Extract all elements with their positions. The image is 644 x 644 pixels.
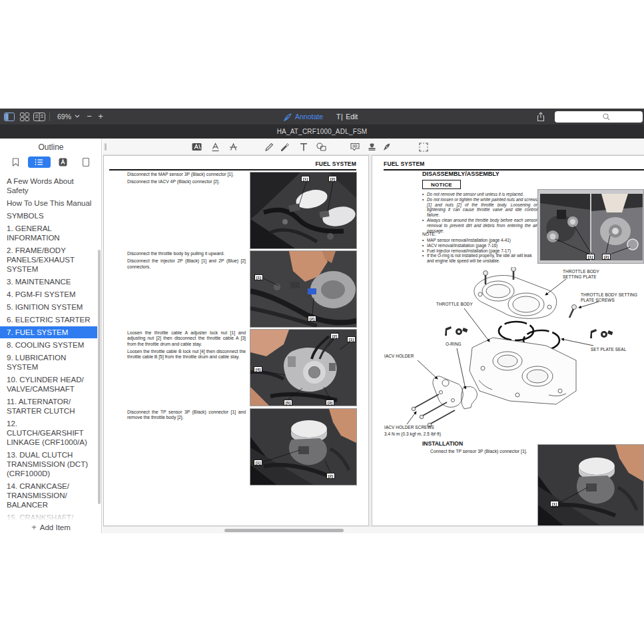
outline-item[interactable]: 3. MAINTENANCE [0, 276, 97, 288]
underline-tool-button[interactable] [210, 141, 221, 153]
marker-tool-button[interactable] [279, 141, 290, 153]
share-button[interactable] [535, 111, 547, 123]
photo-label: [2] [328, 176, 337, 182]
instruction-block: Disconnect the throttle body by pulling … [127, 251, 246, 272]
photo-connectors: [1] [2] [250, 172, 357, 249]
diagram-label-iacv-holder-screws: IACV HOLDER SCREWS [384, 425, 434, 430]
stamp-tool-button[interactable] [366, 141, 378, 153]
note-list: MAP sensor removal/installation (page 4-… [422, 238, 537, 264]
annotate-tab[interactable]: Annotate [284, 109, 323, 125]
outline-item[interactable]: 1. GENERAL INFORMATION [0, 222, 97, 244]
note-item: Fuel injector removal/installation (page… [422, 248, 537, 254]
photo-tp-sensor: [1] [2] [250, 408, 357, 485]
sidebar-toggle-button[interactable] [3, 111, 15, 123]
section-heading: DISASSEMBLY/ASSEMBLY [422, 170, 499, 177]
document-title: HA_AT_CRF1000_ADL_FSM [277, 128, 368, 135]
photo-injector-connectors: [1] [2] [250, 250, 357, 328]
page-icon [83, 158, 89, 166]
pdf-page-left: FUEL SYSTEM Disconnect the MAP sensor 3P… [103, 155, 369, 526]
instruction-block: Loosen the throttle cable A adjuster loc… [127, 330, 246, 362]
strikethrough-tool-button[interactable] [228, 141, 239, 153]
photo-painted-nuts: [1] [2] [537, 189, 644, 264]
thumbnails-view-button[interactable] [19, 111, 31, 123]
horizontal-scrollbar-track[interactable] [103, 526, 644, 533]
outline-item[interactable]: 2. FRAME/BODY PANELS/EXHAUST SYSTEM [0, 244, 97, 275]
pane-resize-handle[interactable] [105, 143, 107, 151]
signature-tool-button[interactable] [381, 141, 392, 153]
chevron-down-icon[interactable] [75, 115, 80, 119]
outline-item-label: A Few Words About Safety [7, 177, 74, 194]
outline-item[interactable]: 13. DUAL CLUTCH TRANSMISSION (DCT) (CRF1… [0, 449, 97, 480]
outline-item[interactable]: 10. CYLINDER HEAD/ VALVE/CAMSHAFT [0, 374, 97, 395]
shapes-icon [316, 143, 326, 151]
selection-marquee-icon [419, 143, 428, 152]
outline-item[interactable]: 5. IGNITION SYSTEM [0, 301, 97, 313]
outline-item[interactable]: 8. COOLING SYSTEM [0, 339, 97, 351]
tab-bookmarks[interactable] [4, 155, 27, 168]
edit-tab[interactable]: T| Edit [336, 109, 358, 125]
outline-item[interactable]: 9. LUBRICATION SYSTEM [0, 352, 97, 373]
comment-tool-button[interactable] [349, 141, 360, 153]
diagram-label-setting-plate: THROTTLE BODY SETTING PLATE [563, 269, 611, 279]
photo-label: [1] [254, 274, 263, 280]
tab-pages[interactable] [75, 155, 98, 168]
tab-outline[interactable] [27, 155, 51, 168]
outline-item-label: 11. ALTERNATOR/ STARTER CLUTCH [7, 398, 75, 415]
pencil-tool-button[interactable] [263, 141, 274, 153]
text-tool-icon [300, 143, 308, 151]
diagram-label-setting-plate-screws: THROTTLE BODY SETTING PLATE SCREWS [581, 292, 643, 302]
page-header: FUEL SYSTEM [384, 161, 425, 167]
sidebar-scrollbar[interactable] [98, 250, 101, 504]
sidebar-tabs [4, 155, 98, 168]
outline-item[interactable]: 12. CLUTCH/GEARSHIFT LINKAGE (CRF1000/A) [0, 418, 97, 448]
edit-label: Edit [346, 109, 358, 125]
outline-item-label: 4. PGM-FI SYSTEM [7, 290, 76, 298]
outline-item[interactable]: A Few Words About Safety [0, 175, 97, 196]
diagram-label-torque: 3.4 N·m (0.3 kgf·m, 2.5 lbf·ft) [384, 432, 441, 437]
add-item-button[interactable]: + Add Item [0, 521, 102, 533]
diagram-label-throttle-body: THROTTLE BODY [436, 302, 473, 307]
photo-tp-sensor-install: [1] [537, 444, 644, 526]
sidebar: Outline A Few Words About Safety [0, 139, 102, 533]
notice-item: Always clean around the throttle body be… [422, 218, 537, 233]
note-item: IACV removal/installation (page 7-16) [422, 243, 537, 248]
outline-item-label: 8. COOLING SYSTEM [7, 341, 84, 349]
photo-label: [3] [326, 400, 334, 406]
thumbnails-grid-icon [20, 113, 29, 121]
stamp-icon [368, 143, 376, 151]
outline-item[interactable]: SYMBOLS [0, 210, 97, 222]
selection-tool-button[interactable] [418, 141, 429, 153]
two-page-view-button[interactable] [33, 111, 45, 123]
tab-annotations[interactable] [51, 155, 75, 168]
highlight-icon [192, 143, 202, 151]
outline-item[interactable]: 14. CRANKCASE/ TRANSMISSION/ BALANCER [0, 480, 97, 511]
outline-item[interactable]: 6. ELECTRIC STARTER [0, 314, 97, 326]
notice-item: Do not loosen or tighten the white paint… [422, 197, 537, 218]
outline-list: A Few Words About Safety How To Use This… [0, 175, 97, 533]
outline-list-icon [35, 159, 43, 166]
sidebar-toggle-icon [4, 113, 15, 121]
zoom-in-button[interactable]: + [96, 109, 105, 125]
outline-item-label: 9. LUBRICATION SYSTEM [7, 354, 66, 371]
search-input[interactable] [555, 111, 643, 123]
installation-heading: INSTALLATION [422, 440, 463, 447]
underline-text-icon [211, 143, 220, 152]
installation-text: Connect the TP sensor 3P (Black) connect… [430, 449, 527, 454]
outline-item[interactable]: 7. FUEL SYSTEM [0, 326, 97, 338]
text-tool-button[interactable] [298, 141, 309, 153]
outline-item-label: How To Use This Manual [7, 199, 91, 207]
throttle-body-diagram: THROTTLE BODY SETTING PLATE THROTTLE BOD… [379, 267, 644, 439]
shapes-tool-button[interactable] [316, 141, 327, 153]
outline-item[interactable]: 4. PGM-FI SYSTEM [0, 288, 97, 300]
signature-pen-icon [382, 143, 392, 152]
horizontal-scrollbar-thumb[interactable] [224, 529, 344, 532]
highlight-tool-button[interactable] [191, 141, 202, 153]
zoom-out-button[interactable]: − [85, 109, 94, 125]
plus-icon: + [31, 522, 37, 532]
zoom-level-button[interactable]: 69% [57, 109, 71, 125]
photo-label: [1] [550, 501, 559, 507]
outline-item[interactable]: How To Use This Manual [0, 197, 97, 209]
photo-label: [1] [586, 254, 595, 260]
comment-bubble-icon [350, 143, 360, 151]
outline-item[interactable]: 11. ALTERNATOR/ STARTER CLUTCH [0, 396, 97, 417]
